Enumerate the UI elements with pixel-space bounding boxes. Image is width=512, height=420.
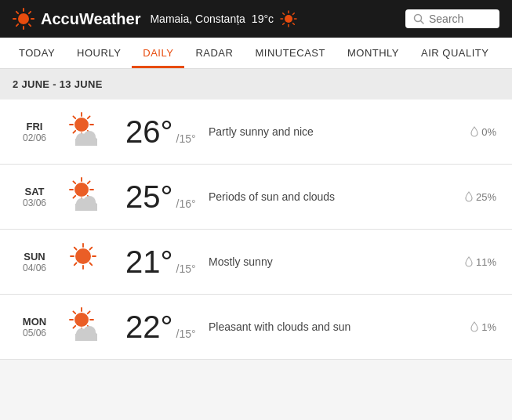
raindrop-icon <box>470 126 478 137</box>
day-card[interactable]: MON 05/06 22° /15° Pleasant with clouds … <box>0 295 512 360</box>
day-label: SAT 03/06 <box>16 186 53 208</box>
svg-line-28 <box>88 116 90 118</box>
svg-rect-67 <box>75 334 97 341</box>
logo-area: AccuWeather <box>13 8 140 30</box>
svg-line-15 <box>293 24 295 25</box>
temp-low: /16° <box>176 197 196 210</box>
day-name: SUN <box>16 251 53 262</box>
svg-line-17 <box>283 24 285 25</box>
weather-description: Partly sunny and nice <box>209 125 458 138</box>
temp-low: /15° <box>176 328 196 340</box>
nav-daily[interactable]: DAILY <box>132 38 184 68</box>
nav-monthly[interactable]: MONTHLY <box>336 38 410 68</box>
weather-icon <box>66 242 113 281</box>
temp-low: /15° <box>176 132 196 145</box>
day-date: 03/06 <box>16 197 53 208</box>
current-temp: 19°c <box>252 13 274 25</box>
svg-point-46 <box>75 248 91 264</box>
weather-description: Pleasant with clouds and sun <box>209 320 458 333</box>
day-label: SUN 04/06 <box>16 251 53 273</box>
weather-description: Mostly sunny <box>209 255 452 268</box>
temp-high: 21° <box>125 246 173 277</box>
temperature-area: 22° /15° <box>125 311 196 342</box>
nav-hourly[interactable]: HOURLY <box>66 38 132 68</box>
svg-point-33 <box>74 183 89 197</box>
nav-air-quality[interactable]: AIR QUALITY <box>410 38 499 68</box>
precipitation: 0% <box>470 126 496 138</box>
day-name: MON <box>16 316 53 328</box>
date-range: 2 JUNE - 13 JUNE <box>0 69 512 100</box>
svg-line-54 <box>90 248 93 250</box>
weather-description: Periods of sun and clouds <box>209 190 452 203</box>
day-date: 05/06 <box>16 328 53 339</box>
temp-high: 25° <box>125 181 173 212</box>
svg-line-16 <box>293 13 295 15</box>
svg-line-19 <box>421 21 424 24</box>
svg-line-14 <box>283 13 285 15</box>
temperature-area: 21° /15° <box>125 246 196 277</box>
precip-value: 0% <box>481 126 496 138</box>
accuweather-logo-icon <box>13 8 34 30</box>
svg-line-52 <box>74 248 77 250</box>
weather-icon <box>66 112 113 151</box>
raindrop-icon <box>470 321 478 332</box>
header: AccuWeather Mamaia, Constanța 19°c <box>0 0 512 38</box>
nav-today[interactable]: TODAY <box>8 38 66 68</box>
svg-line-48 <box>90 263 93 266</box>
search-input[interactable] <box>429 13 492 25</box>
precip-value: 1% <box>481 321 496 333</box>
day-card[interactable]: SAT 03/06 25° /16° Periods of sun and cl… <box>0 165 512 230</box>
nav-radar[interactable]: RADAR <box>184 38 244 68</box>
day-name: SAT <box>16 186 53 197</box>
search-box[interactable] <box>405 9 499 28</box>
brand-name: AccuWeather <box>41 10 140 28</box>
svg-line-50 <box>74 263 77 266</box>
svg-line-26 <box>73 116 75 118</box>
precipitation: 25% <box>465 191 496 203</box>
raindrop-icon <box>465 191 473 202</box>
day-label: MON 05/06 <box>16 316 53 339</box>
location-text: Mamaia, Constanța <box>150 13 245 25</box>
svg-line-24 <box>73 131 75 133</box>
day-card[interactable]: SUN 04/06 21° /15° Mostly sunny 11% <box>0 230 512 295</box>
svg-point-20 <box>74 118 89 132</box>
svg-line-8 <box>16 24 18 26</box>
navigation: TODAY HOURLY DAILY RADAR MINUTECAST MONT… <box>0 38 512 69</box>
svg-line-39 <box>73 181 75 183</box>
svg-line-37 <box>73 196 75 198</box>
svg-line-5 <box>16 12 18 13</box>
weather-icon <box>66 177 113 216</box>
precipitation: 11% <box>465 256 496 268</box>
svg-point-55 <box>74 313 89 327</box>
svg-line-61 <box>73 311 75 313</box>
svg-line-7 <box>29 12 31 13</box>
svg-line-63 <box>88 311 90 313</box>
temperature-area: 25° /16° <box>125 181 196 212</box>
raindrop-icon <box>465 256 473 267</box>
temp-low: /15° <box>176 262 196 275</box>
precip-value: 25% <box>476 191 496 203</box>
precipitation: 1% <box>470 321 496 333</box>
svg-line-59 <box>73 326 75 328</box>
day-date: 02/06 <box>16 132 53 143</box>
day-date: 04/06 <box>16 262 53 273</box>
precip-value: 11% <box>476 256 496 268</box>
location-area: Mamaia, Constanța 19°c <box>150 10 396 27</box>
weather-icon <box>66 307 113 346</box>
current-weather-icon <box>280 10 297 27</box>
svg-point-9 <box>285 15 292 23</box>
temperature-area: 26° /15° <box>125 116 196 147</box>
svg-rect-32 <box>75 139 97 146</box>
search-icon <box>413 13 424 24</box>
temp-high: 22° <box>125 311 173 342</box>
svg-line-41 <box>88 181 90 183</box>
days-list: FRI 02/06 26° /15° Partly sunny and nice… <box>0 100 512 360</box>
day-label: FRI 02/06 <box>16 121 53 143</box>
day-card[interactable]: FRI 02/06 26° /15° Partly sunny and nice… <box>0 100 512 165</box>
svg-point-0 <box>18 13 29 24</box>
temp-high: 26° <box>125 116 173 147</box>
day-name: FRI <box>16 121 53 132</box>
svg-rect-45 <box>75 204 97 211</box>
svg-line-6 <box>29 24 31 26</box>
nav-minutecast[interactable]: MINUTECAST <box>244 38 336 68</box>
